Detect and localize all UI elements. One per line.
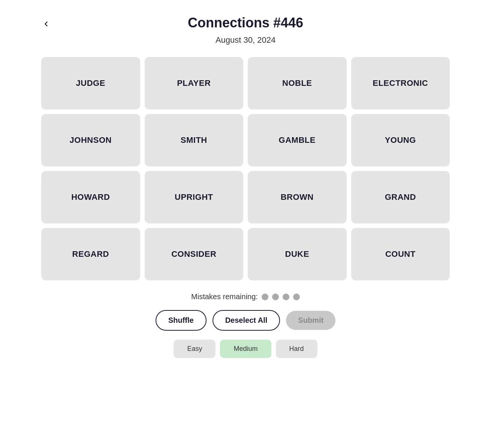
- header: ‹ Connections #446: [41, 15, 450, 31]
- difficulty-row: EasyMediumHard: [174, 340, 317, 358]
- tile-label: JUDGE: [76, 78, 105, 88]
- date-subtitle: August 30, 2024: [216, 35, 275, 45]
- difficulty-easy-button[interactable]: Easy: [174, 340, 216, 358]
- tile-duke[interactable]: DUKE: [248, 228, 347, 280]
- mistakes-label: Mistakes remaining:: [191, 292, 258, 301]
- tile-label: UPRIGHT: [175, 192, 213, 202]
- tile-label: YOUNG: [385, 135, 416, 145]
- mistake-dot-2: [272, 294, 279, 300]
- tile-label: NOBLE: [282, 78, 312, 88]
- tile-label: BROWN: [281, 192, 314, 202]
- difficulty-medium-button[interactable]: Medium: [220, 340, 271, 358]
- tile-label: CONSIDER: [171, 249, 216, 259]
- shuffle-button[interactable]: Shuffle: [156, 310, 207, 331]
- tile-label: HOWARD: [71, 192, 110, 202]
- tile-judge[interactable]: JUDGE: [41, 57, 140, 109]
- submit-button: Submit: [286, 311, 335, 330]
- tile-johnson[interactable]: JOHNSON: [41, 114, 140, 166]
- tile-grid: JUDGEPLAYERNOBLEELECTRONICJOHNSONSMITHGA…: [41, 57, 450, 280]
- tile-label: GAMBLE: [279, 135, 316, 145]
- tile-consider[interactable]: CONSIDER: [145, 228, 244, 280]
- tile-noble[interactable]: NOBLE: [248, 57, 347, 109]
- tile-label: REGARD: [72, 249, 109, 259]
- deselect-all-button[interactable]: Deselect All: [213, 310, 280, 331]
- tile-label: DUKE: [285, 249, 309, 259]
- tile-label: PLAYER: [177, 78, 211, 88]
- back-button[interactable]: ‹: [41, 15, 51, 30]
- tile-label: SMITH: [181, 135, 207, 145]
- mistake-dots: [262, 294, 300, 300]
- tile-smith[interactable]: SMITH: [145, 114, 244, 166]
- tile-howard[interactable]: HOWARD: [41, 171, 140, 223]
- tile-label: JOHNSON: [70, 135, 112, 145]
- tile-young[interactable]: YOUNG: [351, 114, 450, 166]
- tile-gamble[interactable]: GAMBLE: [248, 114, 347, 166]
- mistakes-remaining-row: Mistakes remaining:: [191, 292, 300, 301]
- tile-upright[interactable]: UPRIGHT: [145, 171, 244, 223]
- tile-player[interactable]: PLAYER: [145, 57, 244, 109]
- mistake-dot-3: [283, 294, 289, 300]
- tile-label: GRAND: [385, 192, 416, 202]
- page-title: Connections #446: [188, 15, 303, 31]
- tile-brown[interactable]: BROWN: [248, 171, 347, 223]
- tile-label: ELECTRONIC: [373, 78, 428, 88]
- tile-count[interactable]: COUNT: [351, 228, 450, 280]
- tile-regard[interactable]: REGARD: [41, 228, 140, 280]
- mistake-dot-1: [262, 294, 268, 300]
- difficulty-hard-button[interactable]: Hard: [276, 340, 317, 358]
- tile-electronic[interactable]: ELECTRONIC: [351, 57, 450, 109]
- app-container: ‹ Connections #446 August 30, 2024 JUDGE…: [34, 0, 457, 373]
- tile-grand[interactable]: GRAND: [351, 171, 450, 223]
- tile-label: COUNT: [385, 249, 416, 259]
- mistake-dot-4: [293, 294, 300, 300]
- action-buttons-row: Shuffle Deselect All Submit: [156, 310, 335, 331]
